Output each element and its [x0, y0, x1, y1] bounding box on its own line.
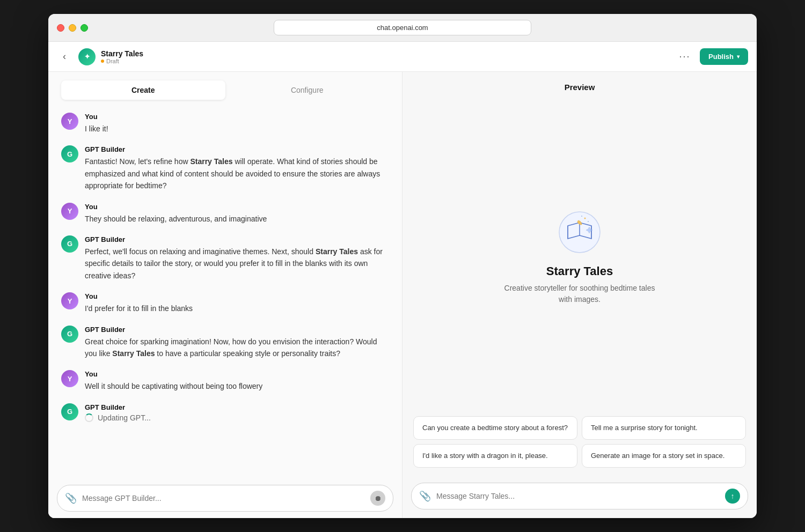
message-content: You They should be relaxing, adventurous… [85, 203, 389, 225]
message-sender: GPT Builder [85, 145, 389, 153]
app-header: ‹ ✦ Starry Tales Draft ··· Publish ▾ [48, 42, 757, 72]
message-text: Fantastic! Now, let's refine how Starry … [85, 156, 389, 191]
app-window: chat.openai.com ‹ ✦ Starry Tales Draft ·… [48, 14, 757, 518]
attach-icon[interactable]: 📎 [65, 492, 77, 504]
send-button[interactable]: ⏺ [370, 491, 385, 506]
message-sender: GPT Builder [85, 326, 389, 334]
gpt-name: Starry Tales [101, 49, 143, 58]
header-actions: ··· Publish ▾ [676, 48, 748, 65]
list-item: Y You I like it! [61, 113, 389, 135]
preview-chat-area: Starry Tales Creative storyteller for so… [402, 100, 757, 416]
minimize-button[interactable] [69, 24, 76, 32]
gpt-avatar: ✦ [78, 48, 96, 65]
message-sender: You [85, 370, 389, 378]
message-sender: You [85, 113, 389, 121]
message-text: They should be relaxing, adventurous, an… [85, 213, 389, 225]
user-avatar: Y [61, 292, 78, 309]
preview-input-box: 📎 ↑ [411, 483, 748, 509]
updating-text: Updating GPT... [98, 413, 151, 422]
list-item: Y You They should be relaxing, adventuro… [61, 203, 389, 225]
list-item: G GPT Builder Perfect, we'll focus on re… [61, 235, 389, 282]
right-panel: Preview Starry Tales [402, 72, 757, 518]
loading-spinner [85, 413, 93, 422]
message-input-area: 📎 ⏺ [48, 478, 402, 518]
more-button[interactable]: ··· [676, 48, 693, 65]
message-sender: You [85, 292, 389, 300]
status-dot [101, 60, 104, 63]
gpt-status: Draft [101, 58, 143, 64]
message-sender: GPT Builder [85, 403, 389, 411]
message-text: Perfect, we'll focus on relaxing and ima… [85, 246, 389, 282]
suggestion-grid: Can you create a bedtime story about a f… [402, 416, 757, 476]
message-content: You I'd prefer for it to fill in the bla… [85, 292, 389, 314]
starry-tales-icon [558, 211, 601, 254]
gpt-identity: ✦ Starry Tales Draft [78, 48, 676, 65]
main-content: Create Configure Y You I like it! G GPT … [48, 72, 757, 518]
url-bar[interactable]: chat.openai.com [274, 20, 531, 35]
message-sender: You [85, 203, 389, 211]
gpt-name-section: Starry Tales Draft [101, 49, 143, 64]
titlebar: chat.openai.com [48, 14, 757, 42]
message-content: GPT Builder Fantastic! Now, let's refine… [85, 145, 389, 191]
tab-bar: Create Configure [48, 72, 402, 100]
user-avatar: Y [61, 113, 78, 130]
chevron-down-icon: ▾ [737, 54, 740, 60]
gpt-status-label: Draft [106, 58, 119, 64]
preview-send-button[interactable]: ↑ [725, 489, 740, 504]
message-sender: GPT Builder [85, 235, 389, 243]
gpt-builder-avatar: G [61, 403, 78, 420]
list-item: Y You Well it should be captivating with… [61, 370, 389, 392]
publish-button[interactable]: Publish ▾ [700, 48, 748, 65]
preview-header: Preview [402, 72, 757, 100]
svg-point-2 [588, 221, 589, 222]
suggestion-card[interactable]: Can you create a bedtime story about a f… [413, 416, 577, 440]
message-content: You Well it should be captivating withou… [85, 370, 389, 392]
gpt-builder-avatar: G [61, 235, 78, 253]
list-item: G GPT Builder Updating GPT... [61, 403, 389, 422]
gpt-builder-avatar: G [61, 145, 78, 162]
back-button[interactable]: ‹ [57, 49, 72, 64]
message-content: GPT Builder Updating GPT... [85, 403, 389, 422]
suggestion-card[interactable]: Generate an image for a story set in spa… [582, 444, 746, 468]
preview-input-area: 📎 ↑ [402, 476, 757, 518]
tab-configure[interactable]: Configure [225, 80, 390, 100]
message-text: Great choice for sparking imagination! N… [85, 336, 389, 360]
suggestion-card[interactable]: Tell me a surprise story for tonight. [582, 416, 746, 440]
maximize-button[interactable] [80, 24, 88, 32]
message-content: GPT Builder Great choice for sparking im… [85, 326, 389, 360]
preview-message-input[interactable] [436, 492, 720, 500]
message-text: I like it! [85, 123, 389, 135]
message-text: Well it should be captivating without be… [85, 380, 389, 392]
traffic-lights [57, 24, 88, 32]
updating-indicator: Updating GPT... [85, 413, 389, 422]
message-text: I'd prefer for it to fill in the blanks [85, 302, 389, 314]
list-item: Y You I'd prefer for it to fill in the b… [61, 292, 389, 314]
message-input[interactable] [82, 494, 365, 503]
preview-attach-icon[interactable]: 📎 [419, 490, 431, 502]
gpt-builder-avatar: G [61, 326, 78, 343]
svg-point-3 [581, 216, 582, 217]
left-panel: Create Configure Y You I like it! G GPT … [48, 72, 402, 518]
svg-point-1 [584, 218, 586, 219]
input-box: 📎 ⏺ [57, 485, 393, 512]
message-content: GPT Builder Perfect, we'll focus on rela… [85, 235, 389, 282]
chat-area: Y You I like it! G GPT Builder Fantastic… [48, 100, 402, 478]
message-content: You I like it! [85, 113, 389, 135]
user-avatar: Y [61, 370, 78, 387]
preview-gpt-desc: Creative storyteller for soothing bedtim… [499, 283, 660, 305]
publish-label: Publish [708, 53, 734, 61]
preview-gpt-name: Starry Tales [546, 264, 613, 278]
list-item: G GPT Builder Fantastic! Now, let's refi… [61, 145, 389, 191]
suggestion-card[interactable]: I'd like a story with a dragon in it, pl… [413, 444, 577, 468]
user-avatar: Y [61, 203, 78, 220]
list-item: G GPT Builder Great choice for sparking … [61, 326, 389, 360]
tab-create[interactable]: Create [61, 80, 225, 100]
close-button[interactable] [57, 24, 64, 32]
